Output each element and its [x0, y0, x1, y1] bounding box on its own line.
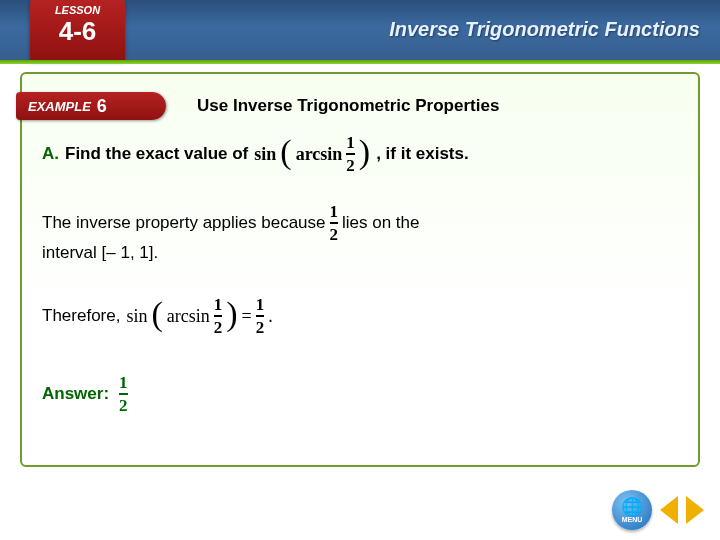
frac-den: 2 [256, 319, 265, 336]
menu-label: MENU [622, 516, 643, 523]
therefore-line: Therefore, sin ( arcsin 1 2 ) = 1 [42, 296, 678, 336]
fraction-half-4: 1 2 [256, 296, 265, 336]
frac-num: 1 [346, 134, 355, 151]
ans-den: 2 [119, 397, 128, 414]
arcsin-text: arcsin [167, 306, 210, 327]
topbar: LESSON 4-6 Inverse Trigonometric Functio… [0, 0, 720, 60]
globe-icon: 🌐 [621, 498, 643, 516]
frac-bar [346, 153, 355, 155]
frac-den: 2 [346, 157, 355, 174]
frac-den: 2 [214, 319, 223, 336]
frac-den: 2 [330, 226, 339, 243]
sin-text: sin [254, 144, 276, 165]
frac-bar [214, 315, 223, 317]
next-button[interactable] [686, 496, 704, 524]
main-panel: EXAMPLE 6 Use Inverse Trigonometric Prop… [20, 72, 700, 467]
expr-equation: sin ( arcsin 1 2 ) = 1 2 . [126, 296, 272, 336]
frac-num: 1 [256, 296, 265, 313]
fraction-half: 1 2 [346, 134, 355, 174]
arcsin-text: arcsin [296, 144, 343, 165]
slide: LESSON 4-6 Inverse Trigonometric Functio… [0, 0, 720, 540]
explain-before: The inverse property applies because [42, 213, 326, 233]
example-title: Use Inverse Trigonometric Properties [197, 96, 499, 116]
answer-label: Answer: [42, 384, 109, 404]
frac-bar [330, 222, 339, 224]
lesson-tab: LESSON 4-6 [30, 0, 125, 60]
fraction-half-3: 1 2 [214, 296, 223, 336]
answer-line: Answer: 1 2 [42, 374, 678, 414]
prompt-after: , if it exists. [376, 144, 469, 164]
therefore-label: Therefore, [42, 306, 120, 326]
explain-after1: lies on the [342, 213, 420, 233]
explain-line2: interval [– 1, 1]. [42, 243, 678, 263]
explain-line1: The inverse property applies because 1 2… [42, 203, 678, 243]
frac-bar [119, 393, 128, 395]
sin-text: sin [126, 306, 147, 327]
menu-button[interactable]: 🌐 MENU [612, 490, 652, 530]
prev-button[interactable] [660, 496, 678, 524]
topic-title: Inverse Trigonometric Functions [389, 18, 700, 41]
example-number: 6 [97, 96, 107, 117]
lesson-label: LESSON [30, 0, 125, 16]
frac-num: 1 [214, 296, 223, 313]
expr-sin-arcsin-half: sin ( arcsin 1 2 ) [254, 134, 370, 174]
content-body: A. Find the exact value of sin ( arcsin … [42, 134, 678, 414]
period: . [268, 306, 273, 327]
part-a-label: A. [42, 144, 59, 164]
fraction-half-2: 1 2 [330, 203, 339, 243]
example-label: EXAMPLE [28, 99, 91, 114]
prompt-before: Find the exact value of [65, 144, 248, 164]
lesson-number: 4-6 [30, 16, 125, 47]
ans-num: 1 [119, 374, 128, 391]
frac-num: 1 [330, 203, 339, 220]
example-ribbon: EXAMPLE 6 [16, 92, 166, 120]
prompt-line: A. Find the exact value of sin ( arcsin … [42, 134, 678, 174]
frac-bar [256, 315, 265, 317]
nav-footer: 🌐 MENU [612, 490, 704, 530]
equals: = [242, 306, 252, 327]
answer-fraction: 1 2 [119, 374, 128, 414]
